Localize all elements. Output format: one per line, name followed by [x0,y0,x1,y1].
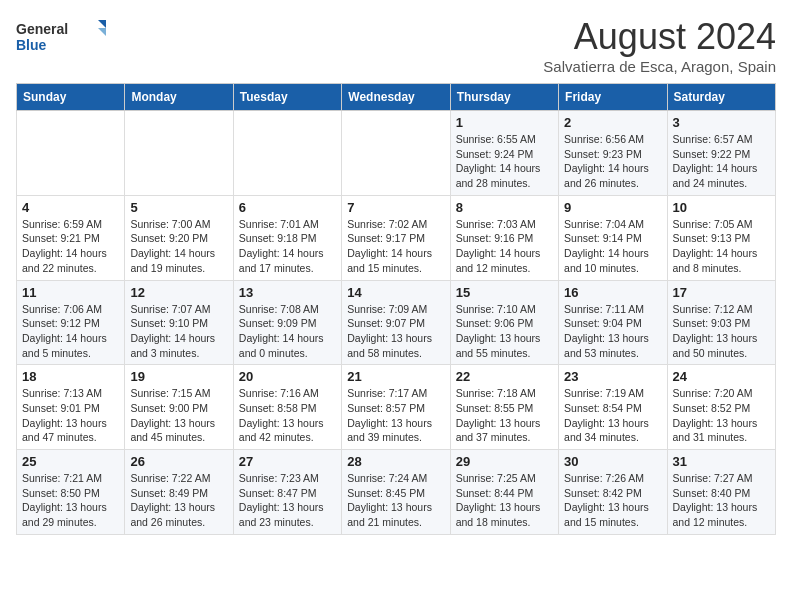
location-subtitle: Salvatierra de Esca, Aragon, Spain [543,58,776,75]
calendar-cell: 18Sunrise: 7:13 AM Sunset: 9:01 PM Dayli… [17,365,125,450]
day-number: 27 [239,454,336,469]
day-info: Sunrise: 7:27 AM Sunset: 8:40 PM Dayligh… [673,471,770,530]
calendar-cell: 19Sunrise: 7:15 AM Sunset: 9:00 PM Dayli… [125,365,233,450]
week-row-1: 1Sunrise: 6:55 AM Sunset: 9:24 PM Daylig… [17,111,776,196]
weekday-header-thursday: Thursday [450,84,558,111]
svg-text:General: General [16,21,68,37]
day-number: 9 [564,200,661,215]
day-number: 4 [22,200,119,215]
weekday-header-monday: Monday [125,84,233,111]
day-info: Sunrise: 6:56 AM Sunset: 9:23 PM Dayligh… [564,132,661,191]
calendar-cell [342,111,450,196]
calendar-cell: 10Sunrise: 7:05 AM Sunset: 9:13 PM Dayli… [667,195,775,280]
day-info: Sunrise: 7:04 AM Sunset: 9:14 PM Dayligh… [564,217,661,276]
calendar-cell: 29Sunrise: 7:25 AM Sunset: 8:44 PM Dayli… [450,450,558,535]
calendar-cell: 25Sunrise: 7:21 AM Sunset: 8:50 PM Dayli… [17,450,125,535]
calendar-cell [17,111,125,196]
day-number: 16 [564,285,661,300]
day-info: Sunrise: 7:21 AM Sunset: 8:50 PM Dayligh… [22,471,119,530]
calendar-cell: 26Sunrise: 7:22 AM Sunset: 8:49 PM Dayli… [125,450,233,535]
day-number: 12 [130,285,227,300]
svg-marker-2 [98,20,106,28]
weekday-header-saturday: Saturday [667,84,775,111]
day-number: 24 [673,369,770,384]
weekday-header-sunday: Sunday [17,84,125,111]
day-info: Sunrise: 7:18 AM Sunset: 8:55 PM Dayligh… [456,386,553,445]
day-info: Sunrise: 7:26 AM Sunset: 8:42 PM Dayligh… [564,471,661,530]
calendar-cell: 9Sunrise: 7:04 AM Sunset: 9:14 PM Daylig… [559,195,667,280]
calendar-cell: 28Sunrise: 7:24 AM Sunset: 8:45 PM Dayli… [342,450,450,535]
calendar-cell: 2Sunrise: 6:56 AM Sunset: 9:23 PM Daylig… [559,111,667,196]
day-info: Sunrise: 7:19 AM Sunset: 8:54 PM Dayligh… [564,386,661,445]
day-info: Sunrise: 7:11 AM Sunset: 9:04 PM Dayligh… [564,302,661,361]
day-number: 1 [456,115,553,130]
calendar-cell: 4Sunrise: 6:59 AM Sunset: 9:21 PM Daylig… [17,195,125,280]
week-row-3: 11Sunrise: 7:06 AM Sunset: 9:12 PM Dayli… [17,280,776,365]
calendar-cell: 7Sunrise: 7:02 AM Sunset: 9:17 PM Daylig… [342,195,450,280]
month-title: August 2024 [543,16,776,58]
day-number: 23 [564,369,661,384]
day-info: Sunrise: 7:23 AM Sunset: 8:47 PM Dayligh… [239,471,336,530]
day-number: 28 [347,454,444,469]
day-number: 21 [347,369,444,384]
weekday-header-wednesday: Wednesday [342,84,450,111]
day-number: 2 [564,115,661,130]
day-number: 18 [22,369,119,384]
day-info: Sunrise: 7:24 AM Sunset: 8:45 PM Dayligh… [347,471,444,530]
calendar-cell: 11Sunrise: 7:06 AM Sunset: 9:12 PM Dayli… [17,280,125,365]
calendar-cell: 3Sunrise: 6:57 AM Sunset: 9:22 PM Daylig… [667,111,775,196]
day-number: 26 [130,454,227,469]
day-number: 31 [673,454,770,469]
day-info: Sunrise: 7:01 AM Sunset: 9:18 PM Dayligh… [239,217,336,276]
day-number: 29 [456,454,553,469]
day-number: 5 [130,200,227,215]
day-info: Sunrise: 7:16 AM Sunset: 8:58 PM Dayligh… [239,386,336,445]
day-number: 14 [347,285,444,300]
day-info: Sunrise: 7:25 AM Sunset: 8:44 PM Dayligh… [456,471,553,530]
weekday-header-tuesday: Tuesday [233,84,341,111]
title-block: August 2024 Salvatierra de Esca, Aragon,… [543,16,776,75]
day-number: 13 [239,285,336,300]
calendar-cell: 21Sunrise: 7:17 AM Sunset: 8:57 PM Dayli… [342,365,450,450]
week-row-4: 18Sunrise: 7:13 AM Sunset: 9:01 PM Dayli… [17,365,776,450]
page-header: General Blue August 2024 Salvatierra de … [16,16,776,75]
day-info: Sunrise: 7:15 AM Sunset: 9:00 PM Dayligh… [130,386,227,445]
logo-svg: General Blue [16,16,106,56]
day-info: Sunrise: 6:57 AM Sunset: 9:22 PM Dayligh… [673,132,770,191]
day-number: 20 [239,369,336,384]
calendar-cell: 15Sunrise: 7:10 AM Sunset: 9:06 PM Dayli… [450,280,558,365]
weekday-header-row: SundayMondayTuesdayWednesdayThursdayFrid… [17,84,776,111]
day-number: 3 [673,115,770,130]
calendar-cell: 22Sunrise: 7:18 AM Sunset: 8:55 PM Dayli… [450,365,558,450]
day-info: Sunrise: 7:13 AM Sunset: 9:01 PM Dayligh… [22,386,119,445]
svg-marker-3 [98,28,106,36]
calendar-cell: 12Sunrise: 7:07 AM Sunset: 9:10 PM Dayli… [125,280,233,365]
calendar-cell: 27Sunrise: 7:23 AM Sunset: 8:47 PM Dayli… [233,450,341,535]
week-row-2: 4Sunrise: 6:59 AM Sunset: 9:21 PM Daylig… [17,195,776,280]
logo: General Blue [16,16,106,56]
day-info: Sunrise: 6:55 AM Sunset: 9:24 PM Dayligh… [456,132,553,191]
calendar-cell: 20Sunrise: 7:16 AM Sunset: 8:58 PM Dayli… [233,365,341,450]
day-info: Sunrise: 7:12 AM Sunset: 9:03 PM Dayligh… [673,302,770,361]
calendar-cell [125,111,233,196]
day-info: Sunrise: 7:20 AM Sunset: 8:52 PM Dayligh… [673,386,770,445]
day-number: 7 [347,200,444,215]
day-info: Sunrise: 7:17 AM Sunset: 8:57 PM Dayligh… [347,386,444,445]
calendar-cell: 30Sunrise: 7:26 AM Sunset: 8:42 PM Dayli… [559,450,667,535]
day-info: Sunrise: 6:59 AM Sunset: 9:21 PM Dayligh… [22,217,119,276]
day-info: Sunrise: 7:09 AM Sunset: 9:07 PM Dayligh… [347,302,444,361]
day-number: 19 [130,369,227,384]
day-number: 6 [239,200,336,215]
day-number: 10 [673,200,770,215]
calendar-cell: 24Sunrise: 7:20 AM Sunset: 8:52 PM Dayli… [667,365,775,450]
calendar-cell: 13Sunrise: 7:08 AM Sunset: 9:09 PM Dayli… [233,280,341,365]
calendar-cell: 14Sunrise: 7:09 AM Sunset: 9:07 PM Dayli… [342,280,450,365]
day-number: 15 [456,285,553,300]
day-info: Sunrise: 7:06 AM Sunset: 9:12 PM Dayligh… [22,302,119,361]
day-info: Sunrise: 7:03 AM Sunset: 9:16 PM Dayligh… [456,217,553,276]
day-info: Sunrise: 7:05 AM Sunset: 9:13 PM Dayligh… [673,217,770,276]
day-number: 30 [564,454,661,469]
weekday-header-friday: Friday [559,84,667,111]
day-info: Sunrise: 7:07 AM Sunset: 9:10 PM Dayligh… [130,302,227,361]
day-info: Sunrise: 7:22 AM Sunset: 8:49 PM Dayligh… [130,471,227,530]
